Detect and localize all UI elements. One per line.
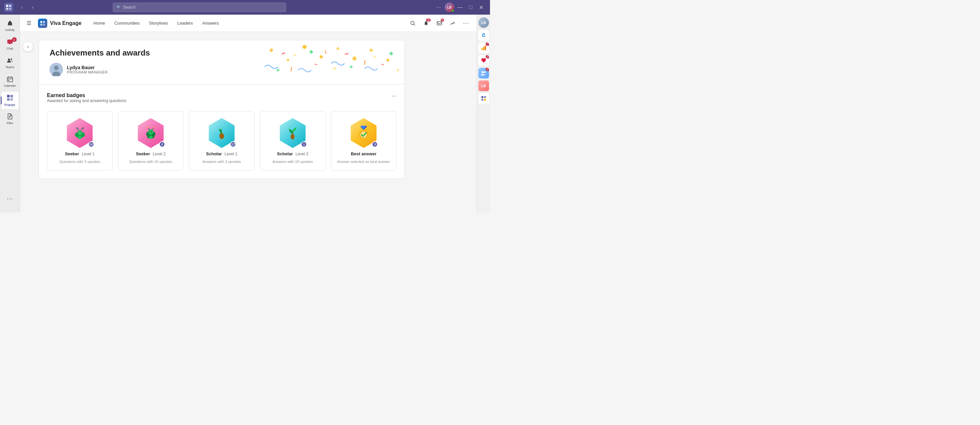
badge-count-scholar-l1: 17 <box>230 141 236 147</box>
badge-count-seeker-l2: 3 <box>159 141 165 147</box>
svg-point-43 <box>396 69 399 71</box>
right-sidebar-person2[interactable]: LB <box>478 81 489 91</box>
nav-communities[interactable]: Communities <box>110 19 144 28</box>
minimize-button[interactable]: — <box>455 3 465 12</box>
window-actions: ··· LB — □ ✕ <box>434 3 486 12</box>
notifications-button[interactable]: 12 <box>421 18 431 29</box>
svg-point-57 <box>78 136 81 139</box>
inbox-badge: 5 <box>441 19 444 22</box>
sidebar-item-activity[interactable]: Activity <box>2 17 19 35</box>
title-search-bar[interactable]: 🔍 Search <box>113 3 286 12</box>
right-sidebar-reload[interactable] <box>478 30 489 41</box>
svg-point-52 <box>81 132 81 132</box>
search-button[interactable] <box>407 18 418 29</box>
nav-buttons: ‹ › <box>18 3 37 12</box>
svg-rect-13 <box>43 21 45 23</box>
svg-point-79 <box>482 71 484 73</box>
badge-name-row: Seeker Level 2 <box>136 151 165 156</box>
right-sidebar-heart[interactable]: 3 <box>478 55 489 66</box>
right-sidebar-people[interactable]: 2 <box>478 68 489 78</box>
right-sidebar-apps[interactable] <box>478 93 489 104</box>
svg-rect-77 <box>483 47 484 50</box>
badge-card-scholar-l2[interactable]: 1 Scholar Level 2 Answers with 10 upvote… <box>260 111 326 171</box>
badge-card-seeker-l1[interactable]: 19 Seeker Level 1 Questions with 3 upvot… <box>47 111 113 171</box>
teams-icon <box>7 57 13 65</box>
maximize-button[interactable]: □ <box>466 3 476 12</box>
search-placeholder: Search <box>123 5 136 10</box>
svg-rect-83 <box>481 99 483 101</box>
nav-leaders[interactable]: Leaders <box>173 19 197 28</box>
confetti-decoration <box>238 40 404 84</box>
svg-rect-7 <box>8 80 9 81</box>
badges-grid: 19 Seeker Level 1 Questions with 3 upvot… <box>47 111 396 171</box>
svg-point-4 <box>8 59 10 60</box>
notifications-badge: 12 <box>426 19 431 22</box>
badges-more-button[interactable]: ··· <box>391 92 396 100</box>
main-area: ☰ Viva Engage Home Communities Storyline… <box>20 14 477 212</box>
sidebar-item-chat[interactable]: 1 Chat <box>2 36 19 53</box>
svg-rect-78 <box>485 46 486 50</box>
svg-point-22 <box>286 59 289 62</box>
svg-point-28 <box>387 59 389 62</box>
nav-answers[interactable]: Answers <box>198 19 223 28</box>
files-icon <box>7 113 13 121</box>
inbox-button[interactable]: 5 <box>434 18 445 29</box>
svg-point-61 <box>148 129 153 135</box>
svg-rect-84 <box>484 99 486 101</box>
viva-logo-icon <box>38 19 47 28</box>
calendar-icon <box>7 76 13 84</box>
user-info: Lydya Bauer PROGRAM MANAGER <box>49 63 394 76</box>
forward-nav-button[interactable]: › <box>28 3 37 12</box>
svg-rect-10 <box>7 98 10 101</box>
user-name: Lydya Bauer <box>67 65 108 70</box>
back-nav-button[interactable]: ‹ <box>18 3 27 12</box>
badge-name-row: Seeker Level 1 <box>65 151 94 156</box>
badge-desc: Answer selected as best answer <box>337 160 390 163</box>
content-area: ‹ Achievements and awards <box>20 32 477 212</box>
analytics-button[interactable] <box>447 18 458 29</box>
user-avatar[interactable]: LB <box>445 3 454 12</box>
viva-logo: Viva Engage <box>38 19 81 28</box>
teams-label: Teams <box>5 65 14 69</box>
svg-rect-11 <box>10 98 13 101</box>
badge-icon-seeker-l2: 3 <box>136 118 166 148</box>
badge-card-seeker-l2[interactable]: 3 Seeker Level 2 Questions with 10 upvot… <box>118 111 183 171</box>
close-button[interactable]: ✕ <box>477 3 486 12</box>
hamburger-button[interactable]: ☰ <box>25 19 33 28</box>
sidebar-item-teams[interactable]: Teams <box>2 54 19 72</box>
more-nav-button[interactable]: ··· <box>461 18 471 29</box>
badge-card-scholar-l1[interactable]: 17 Scholar Level 1 Answers with 3 upvote… <box>189 111 254 171</box>
badge-name: Seeker <box>136 151 150 156</box>
sidebar-item-engage[interactable]: Engage <box>2 92 19 109</box>
more-options-button[interactable]: ··· <box>434 3 444 12</box>
svg-point-51 <box>78 132 79 132</box>
sidebar-more[interactable]: ··· <box>2 187 19 210</box>
right-sidebar-chart[interactable]: ! <box>478 43 489 53</box>
sidebar-item-calendar[interactable]: Calender <box>2 73 19 90</box>
badge-card-best-answer[interactable]: 5 Best answer Answer selected as best an… <box>331 111 396 171</box>
chat-badge: 1 <box>12 37 17 42</box>
badge-icon-seeker-l1: 19 <box>65 118 95 148</box>
svg-rect-76 <box>481 48 483 50</box>
badge-icon-best-answer: 5 <box>348 118 379 148</box>
badge-icon-scholar-l2: 1 <box>278 118 307 148</box>
sidebar-item-files[interactable]: Files <box>2 110 19 128</box>
top-nav: ☰ Viva Engage Home Communities Storyline… <box>20 14 477 32</box>
top-nav-right: 12 5 ··· <box>407 18 471 29</box>
badge-desc: Questions with 10 upvotes <box>129 160 172 163</box>
search-icon: 🔍 <box>116 5 121 10</box>
svg-point-72 <box>291 134 294 140</box>
nav-home[interactable]: Home <box>89 19 109 28</box>
badge-desc: Answers with 3 upvotes <box>202 160 241 163</box>
app-body: Activity 1 Chat Teams <box>0 14 490 212</box>
page-container: Achievements and awards Lydya Bauer PROG… <box>39 40 405 179</box>
page-back-button[interactable]: ‹ <box>23 41 33 52</box>
svg-point-65 <box>151 132 152 132</box>
nav-storylines[interactable]: Storylines <box>145 19 172 28</box>
right-sidebar-user[interactable]: LB <box>478 17 489 28</box>
svg-rect-1 <box>9 5 11 7</box>
activity-icon <box>7 20 13 28</box>
sidebar-more-button[interactable]: ··· <box>2 190 19 207</box>
user-details: Lydya Bauer PROGRAM MANAGER <box>67 65 108 74</box>
svg-rect-82 <box>484 96 486 98</box>
